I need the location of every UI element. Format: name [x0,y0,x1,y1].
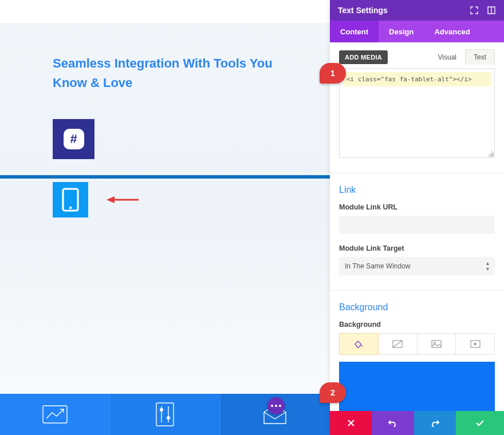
label-background: Background [339,321,495,329]
redo-icon [430,419,439,427]
footer-cell-1[interactable] [0,394,110,435]
svg-point-14 [434,342,435,344]
video-icon [470,340,481,348]
editor-tab-text[interactable]: Text [465,49,495,65]
resize-handle-icon[interactable] [486,149,493,156]
slack-icon [64,129,84,149]
tablet-icon [61,188,80,212]
label-link-url: Module Link URL [339,203,495,211]
check-icon [475,420,485,426]
redo-button[interactable] [414,411,456,435]
dot-icon [275,405,277,407]
select-link-target[interactable]: In The Same Window ▴▾ [339,257,495,275]
svg-rect-5 [156,403,174,426]
background-type-tabs [339,333,495,355]
divider [330,290,504,291]
settings-sidebar: Text Settings Content Design Advanced AD… [330,0,504,435]
tab-content[interactable]: Content [330,21,379,42]
expand-icon[interactable] [470,6,479,15]
slack-tile[interactable] [53,119,94,159]
editor-tab-visual[interactable]: Visual [430,49,465,65]
input-link-url[interactable] [339,216,495,234]
background-color-swatch[interactable] [339,362,495,411]
preview-top-strip [0,0,330,23]
bg-tab-video[interactable] [456,333,495,355]
undo-button[interactable] [372,411,414,435]
gradient-icon [392,340,403,348]
label-link-target: Module Link Target [339,244,495,252]
svg-marker-3 [107,196,115,203]
selected-module-band[interactable] [0,175,330,221]
add-media-button[interactable]: ADD MEDIA [339,50,388,64]
sidebar-title: Text Settings [338,6,388,15]
select-value: In The Same Window [345,262,411,270]
annotation-badge-2: 2 [320,382,346,403]
code-editor[interactable]: <i class="fas fa-tablet-alt"></i> [339,68,495,158]
tab-advanced[interactable]: Advanced [424,21,480,42]
dot-icon [279,405,281,407]
media-row: ADD MEDIA Visual Text [339,49,495,65]
svg-point-1 [69,207,72,209]
builder-preview: Seamless Integration With Tools You Know… [0,0,330,435]
bg-tab-gradient[interactable] [379,333,418,355]
editor-mode-tabs: Visual Text [430,49,495,65]
section-heading: Seamless Integration With Tools You Know… [53,54,282,93]
action-bar [330,411,504,435]
cancel-button[interactable] [330,411,372,435]
close-icon [347,419,355,427]
sidebar-tabs: Content Design Advanced [330,21,504,42]
bg-tab-color[interactable] [339,333,379,355]
sliders-icon [155,402,175,427]
undo-icon [388,419,397,427]
annotation-badge-1: 1 [320,63,346,84]
section-background-title: Background [339,302,495,313]
fab-more[interactable] [267,397,285,414]
section-link-title: Link [339,185,495,195]
settings-panel: ADD MEDIA Visual Text <i class="fas fa-t… [330,42,504,411]
paint-bucket-icon [353,340,364,348]
bg-tab-image[interactable] [418,333,456,355]
tablet-tile[interactable] [53,182,88,217]
chevron-updown-icon: ▴▾ [486,260,489,272]
columns-icon[interactable] [487,6,496,15]
svg-point-9 [167,416,170,420]
dot-icon [271,405,273,407]
image-icon [431,340,442,348]
footer-cell-2[interactable] [110,394,220,435]
divider [330,173,504,173]
preview-content: Seamless Integration With Tools You Know… [0,23,330,221]
arrow-annotation [105,194,140,205]
svg-point-8 [160,408,163,412]
sidebar-titlebar: Text Settings [330,0,504,21]
code-content: <i class="fas fa-tablet-alt"></i> [343,72,491,86]
tab-design[interactable]: Design [379,21,424,42]
svg-rect-13 [432,341,441,347]
save-button[interactable] [456,411,504,435]
chart-arrow-icon [42,405,68,424]
